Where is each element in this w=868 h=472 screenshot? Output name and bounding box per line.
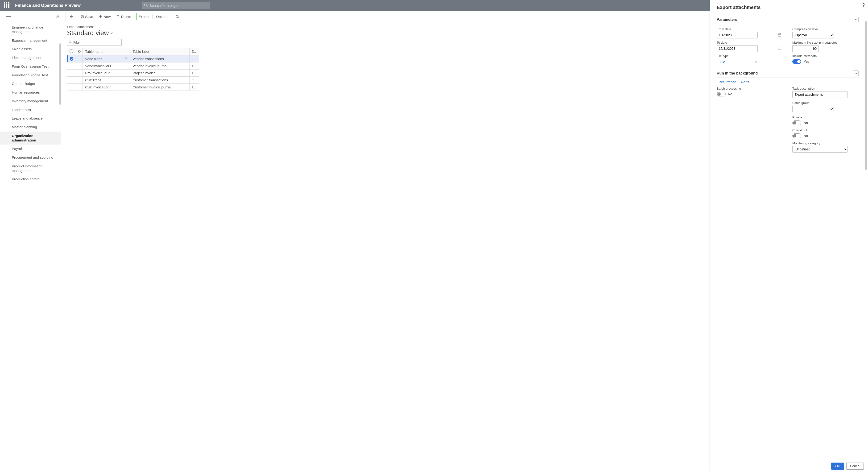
cancel-button[interactable]: Cancel (846, 463, 864, 470)
to-date-label: To date (717, 41, 783, 44)
help-icon[interactable]: ? (862, 2, 865, 8)
sidebar-item[interactable]: Human resources (0, 88, 61, 97)
private-toggle[interactable] (792, 121, 801, 125)
batch-processing-toggle[interactable] (717, 92, 725, 96)
scrollbar-thumb[interactable] (59, 43, 61, 105)
critical-job-label: Critical Job (792, 128, 859, 132)
task-description-input[interactable] (792, 91, 847, 98)
find-button[interactable] (173, 13, 182, 20)
svg-point-8 (176, 15, 178, 17)
cell-table-label: Vendor transactions (130, 55, 189, 62)
cell-table-name[interactable]: CustTrans (83, 76, 130, 84)
file-type-select[interactable]: File (717, 59, 758, 65)
background-heading: Run in the background (717, 71, 853, 75)
svg-point-12 (70, 57, 73, 61)
cell-table-name[interactable]: VendTrans (83, 55, 130, 62)
export-button[interactable]: Export (136, 13, 151, 20)
svg-line-11 (71, 43, 72, 43)
alerts-link[interactable]: Alerts (741, 80, 749, 84)
cell-extra: Inv (189, 84, 199, 91)
sidebar-item[interactable]: Engineering change management (0, 23, 61, 36)
cell-table-name[interactable]: ProjInvoiceJour (83, 69, 130, 76)
sidebar-item[interactable]: Payroll (0, 145, 61, 153)
max-size-input[interactable] (792, 45, 819, 52)
sidebar-item[interactable]: Form Overlayering Test (0, 62, 61, 71)
sidebar-item[interactable]: Procurement and sourcing (0, 153, 61, 162)
private-label: Private (792, 116, 859, 119)
table-row[interactable]: VendTransVendor transactionsTra (67, 55, 199, 62)
sidebar-item[interactable]: Production control (0, 175, 61, 184)
include-metadata-toggle[interactable] (792, 59, 801, 64)
sidebar-item[interactable]: General ledger (0, 80, 61, 88)
parameters-heading: Parameters (717, 18, 853, 22)
row-select-cell[interactable] (67, 55, 75, 62)
sidebar-item[interactable]: Landed cost (0, 106, 61, 114)
delete-button[interactable]: Delete (114, 13, 134, 20)
compression-select[interactable]: Optimal (792, 32, 834, 38)
row-select-cell[interactable] (67, 62, 75, 69)
back-button[interactable] (67, 13, 76, 20)
cell-extra: Tra (189, 76, 199, 84)
options-button[interactable]: Options (153, 13, 171, 20)
waffle-icon[interactable] (4, 2, 10, 9)
export-label: Export (138, 14, 149, 19)
plus-icon (99, 15, 102, 19)
task-description-label: Task description (792, 87, 859, 90)
private-state: No (804, 121, 808, 125)
sidebar-item[interactable]: Leave and absence (0, 114, 61, 123)
table-row[interactable]: CustTransCustomer transactionsTra (67, 76, 199, 84)
to-date-input[interactable] (717, 45, 758, 52)
select-all-header[interactable] (67, 48, 75, 55)
sidebar-item[interactable]: Fixed assets (0, 45, 61, 54)
table-row[interactable]: ProjInvoiceJourProject invoiceInv (67, 69, 199, 76)
critical-job-toggle[interactable] (792, 133, 801, 138)
save-button[interactable]: Save (78, 13, 96, 20)
sidebar-item[interactable]: Fleet management (0, 54, 61, 62)
svg-line-9 (178, 17, 179, 18)
cell-table-name[interactable]: VendInvoiceJour (83, 62, 130, 69)
cell-table-name[interactable]: CustInvoiceJour (83, 84, 130, 91)
row-select-cell[interactable] (67, 84, 75, 91)
sidebar-item[interactable]: Product information management (0, 162, 61, 175)
batch-group-select[interactable] (792, 106, 834, 112)
scrollbar-thumb[interactable] (865, 21, 867, 170)
row-select-cell[interactable] (67, 69, 75, 76)
sidebar-item[interactable]: Organization administration (0, 131, 61, 145)
table-row[interactable]: CustInvoiceJourCustomer invoice journalI… (67, 84, 199, 91)
svg-point-10 (69, 41, 71, 43)
svg-rect-13 (778, 34, 781, 36)
cell-table-label: Project invoice (130, 69, 189, 76)
hamburger-icon[interactable] (3, 15, 14, 18)
global-search-input[interactable] (142, 2, 210, 9)
monitoring-category-select[interactable]: Undefined (792, 146, 847, 153)
row-select-cell[interactable] (67, 76, 75, 84)
refresh-header[interactable] (75, 48, 83, 55)
col-extra[interactable]: Da (189, 48, 199, 55)
ok-button[interactable]: OK (831, 463, 844, 470)
new-button[interactable]: New (96, 13, 113, 20)
collapse-parameters-button[interactable] (853, 17, 859, 22)
max-size-label: Maximum file size in megabytes (792, 41, 859, 44)
collapse-background-button[interactable] (853, 70, 859, 76)
navigation-sidebar: Engineering change managementExpense man… (0, 22, 61, 472)
sidebar-item[interactable]: Foundation Forms Test (0, 71, 61, 80)
table-row[interactable]: VendInvoiceJourVendor invoice journalInv (67, 62, 199, 69)
sidebar-item[interactable]: Inventory management (0, 97, 61, 106)
export-attachments-panel: ? Export attachments Parameters From dat… (710, 0, 868, 472)
svg-line-1 (147, 6, 148, 7)
filter-input[interactable] (67, 39, 122, 46)
chevron-down-icon (125, 57, 127, 59)
monitoring-category-label: Monitoring category (792, 141, 859, 145)
svg-point-0 (145, 4, 147, 6)
sidebar-item[interactable]: Expense management (0, 36, 61, 45)
background-section-header: Run in the background (717, 69, 859, 78)
col-table-label[interactable]: Table label (130, 48, 189, 55)
from-date-input[interactable] (717, 32, 758, 38)
save-icon (81, 15, 84, 19)
chevron-down-icon (110, 31, 114, 35)
pin-icon[interactable] (56, 14, 60, 19)
recurrence-link[interactable]: Recurrence (718, 80, 736, 84)
back-arrow-icon (69, 14, 73, 19)
col-table-name[interactable]: Table name (83, 48, 130, 55)
sidebar-item[interactable]: Master planning (0, 123, 61, 131)
